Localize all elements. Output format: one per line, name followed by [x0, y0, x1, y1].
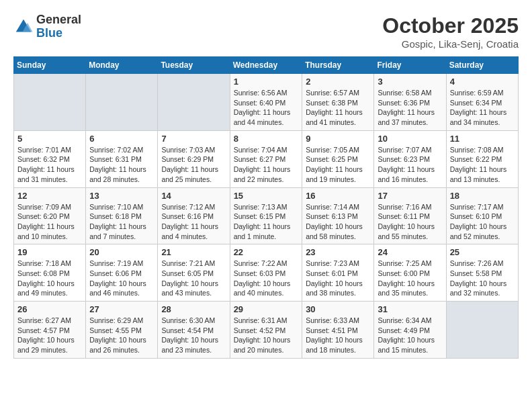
- day-info: Sunrise: 6:33 AM Sunset: 4:51 PM Dayligh…: [306, 316, 370, 355]
- day-info: Sunrise: 6:27 AM Sunset: 4:57 PM Dayligh…: [17, 316, 82, 355]
- day-info: Sunrise: 6:30 AM Sunset: 4:54 PM Dayligh…: [161, 316, 226, 355]
- day-info: Sunrise: 7:25 AM Sunset: 6:00 PM Dayligh…: [378, 259, 442, 298]
- weekday-header-friday: Friday: [374, 57, 446, 74]
- calendar-cell: 4Sunrise: 6:59 AM Sunset: 6:34 PM Daylig…: [446, 74, 518, 131]
- calendar-cell: [158, 74, 230, 131]
- calendar-cell: 25Sunrise: 7:26 AM Sunset: 5:58 PM Dayli…: [446, 244, 518, 302]
- calendar-cell: 30Sunrise: 6:33 AM Sunset: 4:51 PM Dayli…: [302, 302, 374, 359]
- day-info: Sunrise: 6:29 AM Sunset: 4:55 PM Dayligh…: [89, 316, 154, 355]
- day-number: 22: [234, 247, 299, 257]
- day-number: 30: [306, 304, 370, 314]
- day-info: Sunrise: 6:57 AM Sunset: 6:38 PM Dayligh…: [306, 88, 370, 128]
- calendar-cell: [86, 74, 158, 131]
- calendar-cell: 18Sunrise: 7:17 AM Sunset: 6:10 PM Dayli…: [446, 187, 518, 244]
- day-number: 12: [17, 191, 82, 201]
- calendar-cell: 29Sunrise: 6:31 AM Sunset: 4:52 PM Dayli…: [230, 302, 302, 359]
- week-row-1: 1Sunrise: 6:56 AM Sunset: 6:40 PM Daylig…: [14, 74, 519, 131]
- day-number: 13: [89, 191, 154, 201]
- day-info: Sunrise: 7:14 AM Sunset: 6:13 PM Dayligh…: [306, 202, 370, 242]
- week-row-3: 12Sunrise: 7:09 AM Sunset: 6:20 PM Dayli…: [14, 187, 519, 244]
- logo: General Blue: [13, 13, 81, 40]
- calendar-cell: 7Sunrise: 7:03 AM Sunset: 6:29 PM Daylig…: [158, 130, 230, 187]
- weekday-header-row: SundayMondayTuesdayWednesdayThursdayFrid…: [14, 57, 519, 74]
- calendar-cell: [14, 74, 86, 131]
- location: Gospic, Lika-Senj, Croatia: [382, 38, 519, 50]
- weekday-header-saturday: Saturday: [446, 57, 518, 74]
- day-number: 24: [378, 247, 442, 257]
- calendar-cell: 1Sunrise: 6:56 AM Sunset: 6:40 PM Daylig…: [230, 74, 302, 131]
- day-number: 29: [234, 304, 299, 314]
- calendar-cell: 17Sunrise: 7:16 AM Sunset: 6:11 PM Dayli…: [374, 187, 446, 244]
- logo-general: General: [36, 13, 81, 27]
- calendar-cell: 20Sunrise: 7:19 AM Sunset: 6:06 PM Dayli…: [86, 244, 158, 302]
- day-number: 19: [17, 247, 82, 257]
- logo-blue: Blue: [36, 27, 81, 40]
- calendar-cell: 2Sunrise: 6:57 AM Sunset: 6:38 PM Daylig…: [302, 74, 374, 131]
- week-row-4: 19Sunrise: 7:18 AM Sunset: 6:08 PM Dayli…: [14, 244, 519, 302]
- calendar-cell: 27Sunrise: 6:29 AM Sunset: 4:55 PM Dayli…: [86, 302, 158, 359]
- calendar-cell: 12Sunrise: 7:09 AM Sunset: 6:20 PM Dayli…: [14, 187, 86, 244]
- day-info: Sunrise: 7:12 AM Sunset: 6:16 PM Dayligh…: [161, 202, 226, 242]
- day-info: Sunrise: 7:05 AM Sunset: 6:25 PM Dayligh…: [306, 145, 370, 185]
- calendar-cell: 19Sunrise: 7:18 AM Sunset: 6:08 PM Dayli…: [14, 244, 86, 302]
- week-row-2: 5Sunrise: 7:01 AM Sunset: 6:32 PM Daylig…: [14, 130, 519, 187]
- day-info: Sunrise: 7:09 AM Sunset: 6:20 PM Dayligh…: [17, 202, 82, 242]
- calendar-cell: 21Sunrise: 7:21 AM Sunset: 6:05 PM Dayli…: [158, 244, 230, 302]
- day-info: Sunrise: 7:16 AM Sunset: 6:11 PM Dayligh…: [378, 202, 442, 242]
- day-info: Sunrise: 6:59 AM Sunset: 6:34 PM Dayligh…: [450, 88, 515, 128]
- day-info: Sunrise: 7:08 AM Sunset: 6:22 PM Dayligh…: [450, 145, 515, 185]
- day-number: 31: [378, 304, 442, 314]
- day-info: Sunrise: 7:03 AM Sunset: 6:29 PM Dayligh…: [161, 145, 226, 185]
- calendar-cell: [446, 302, 518, 359]
- day-number: 16: [306, 191, 370, 201]
- calendar-cell: 15Sunrise: 7:13 AM Sunset: 6:15 PM Dayli…: [230, 187, 302, 244]
- day-number: 9: [306, 134, 370, 144]
- day-number: 5: [17, 134, 82, 144]
- day-number: 3: [378, 77, 442, 87]
- calendar-cell: 3Sunrise: 6:58 AM Sunset: 6:36 PM Daylig…: [374, 74, 446, 131]
- day-info: Sunrise: 7:19 AM Sunset: 6:06 PM Dayligh…: [89, 259, 154, 298]
- day-info: Sunrise: 7:21 AM Sunset: 6:05 PM Dayligh…: [161, 259, 226, 298]
- day-number: 10: [378, 134, 442, 144]
- day-number: 17: [378, 191, 442, 201]
- calendar-cell: 16Sunrise: 7:14 AM Sunset: 6:13 PM Dayli…: [302, 187, 374, 244]
- title-block: October 2025 Gospic, Lika-Senj, Croatia: [382, 13, 519, 50]
- calendar-cell: 31Sunrise: 6:34 AM Sunset: 4:49 PM Dayli…: [374, 302, 446, 359]
- logo-icon: [13, 17, 34, 37]
- day-number: 1: [234, 77, 299, 87]
- day-info: Sunrise: 7:10 AM Sunset: 6:18 PM Dayligh…: [89, 202, 154, 242]
- day-info: Sunrise: 7:13 AM Sunset: 6:15 PM Dayligh…: [234, 202, 299, 242]
- day-info: Sunrise: 7:17 AM Sunset: 6:10 PM Dayligh…: [450, 202, 515, 242]
- day-number: 23: [306, 247, 370, 257]
- day-number: 4: [450, 77, 515, 87]
- weekday-header-sunday: Sunday: [14, 57, 86, 74]
- weekday-header-thursday: Thursday: [302, 57, 374, 74]
- logo-text: General Blue: [36, 13, 81, 40]
- calendar-cell: 5Sunrise: 7:01 AM Sunset: 6:32 PM Daylig…: [14, 130, 86, 187]
- day-number: 27: [89, 304, 154, 314]
- day-info: Sunrise: 6:56 AM Sunset: 6:40 PM Dayligh…: [234, 88, 299, 128]
- calendar-cell: 11Sunrise: 7:08 AM Sunset: 6:22 PM Dayli…: [446, 130, 518, 187]
- calendar-cell: 10Sunrise: 7:07 AM Sunset: 6:23 PM Dayli…: [374, 130, 446, 187]
- day-info: Sunrise: 7:22 AM Sunset: 6:03 PM Dayligh…: [234, 259, 299, 298]
- day-number: 14: [161, 191, 226, 201]
- day-info: Sunrise: 7:23 AM Sunset: 6:01 PM Dayligh…: [306, 259, 370, 298]
- calendar-cell: 8Sunrise: 7:04 AM Sunset: 6:27 PM Daylig…: [230, 130, 302, 187]
- calendar-cell: 23Sunrise: 7:23 AM Sunset: 6:01 PM Dayli…: [302, 244, 374, 302]
- page-header: General Blue October 2025 Gospic, Lika-S…: [13, 13, 519, 50]
- day-number: 21: [161, 247, 226, 257]
- calendar-cell: 14Sunrise: 7:12 AM Sunset: 6:16 PM Dayli…: [158, 187, 230, 244]
- week-row-5: 26Sunrise: 6:27 AM Sunset: 4:57 PM Dayli…: [14, 302, 519, 359]
- calendar-cell: 26Sunrise: 6:27 AM Sunset: 4:57 PM Dayli…: [14, 302, 86, 359]
- calendar-cell: 24Sunrise: 7:25 AM Sunset: 6:00 PM Dayli…: [374, 244, 446, 302]
- day-number: 7: [161, 134, 226, 144]
- day-info: Sunrise: 7:01 AM Sunset: 6:32 PM Dayligh…: [17, 145, 82, 185]
- calendar-cell: 13Sunrise: 7:10 AM Sunset: 6:18 PM Dayli…: [86, 187, 158, 244]
- day-info: Sunrise: 6:31 AM Sunset: 4:52 PM Dayligh…: [234, 316, 299, 355]
- day-number: 28: [161, 304, 226, 314]
- calendar-table: SundayMondayTuesdayWednesdayThursdayFrid…: [13, 56, 519, 359]
- day-number: 20: [89, 247, 154, 257]
- day-number: 26: [17, 304, 82, 314]
- weekday-header-monday: Monday: [86, 57, 158, 74]
- day-number: 15: [234, 191, 299, 201]
